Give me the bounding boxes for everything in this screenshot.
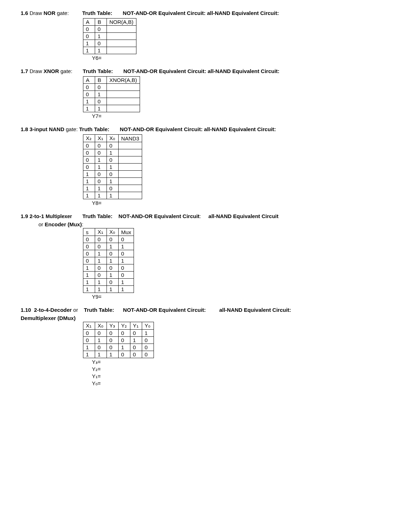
header-cell: NAND3 xyxy=(119,135,142,142)
heading-1-10: 1.10 2-to-4-Decoder or Truth Table: NOT-… xyxy=(21,307,409,313)
eq-label-1-6: NOT-AND-OR Equivalent Circuit: all-NAND … xyxy=(123,10,279,16)
header-cell: X₀ xyxy=(95,322,107,330)
eq-label-1-10a: NOT-AND-OR Equivalent Circuit: xyxy=(123,307,206,313)
subheading-1-9: or Encoder (Mux): xyxy=(38,221,409,227)
header-cell: Y₁ xyxy=(130,322,142,330)
tt-label-1-9: Truth Table: xyxy=(82,213,113,219)
table-row: 01 xyxy=(83,91,140,98)
eq-label-1-8: NOT-AND-OR Equivalent Circuit: all-NAND … xyxy=(120,126,276,132)
table-row: 00 xyxy=(83,26,136,33)
table-row: 1010 xyxy=(83,272,134,279)
header-cell: Y₀ xyxy=(142,322,154,330)
y-expr-1-9: Y9= xyxy=(92,294,409,300)
table-row: 100100 xyxy=(83,344,154,351)
gate-suffix-1-6: gate: xyxy=(57,10,69,16)
table-row: 1101 xyxy=(83,279,134,286)
tt-label-1-7: Truth Table: xyxy=(83,68,113,74)
y-expr-1-8: Y8= xyxy=(92,200,409,206)
header-cell: X₁ xyxy=(83,322,95,330)
header-cell: X₁ xyxy=(95,228,107,236)
table-row: 1000 xyxy=(83,264,134,272)
section-1-6: 1.6 Draw NOR gate: Truth Table: NOT-AND-… xyxy=(17,10,409,61)
table-row: 101 xyxy=(83,178,142,185)
gate-suffix-1-8: gate: xyxy=(66,126,78,132)
table-row: s X₁ X₀ Mux xyxy=(83,228,134,236)
header-cell: NOR(A,B) xyxy=(107,19,136,26)
header-cell: A xyxy=(83,77,95,84)
gate1-1-9: 2-to-1 xyxy=(30,213,44,219)
header-cell: Mux xyxy=(119,228,134,236)
table-row: 11 xyxy=(83,105,140,112)
table-row: 11 xyxy=(83,47,136,54)
heading-1-6: 1.6 Draw NOR gate: Truth Table: NOT-AND-… xyxy=(21,10,409,16)
prefix-1-7: 1.7 xyxy=(21,68,28,74)
section-1-8: 1.8 3-input NAND gate: Truth Table: NOT-… xyxy=(17,126,409,206)
y-expr-1-10-1: Y₁= xyxy=(92,373,409,380)
table-row: 110 xyxy=(83,185,142,192)
encoder-1-9: Encoder (Mux) xyxy=(45,221,82,227)
table-row: 0111 xyxy=(83,257,134,264)
table-row: A B XNOR(A,B) xyxy=(83,77,140,84)
heading-1-8: 1.8 3-input NAND gate: Truth Table: NOT-… xyxy=(21,126,409,132)
table-row: 00 xyxy=(83,84,140,91)
header-cell: X₀ xyxy=(107,135,119,142)
colon-1-9: : xyxy=(199,213,201,219)
header-cell: s xyxy=(83,228,95,236)
gate-1-8: 3-input NAND xyxy=(30,126,64,132)
heading-1-9: 1.9 2-to-1 Multiplexer Truth Table: NOT-… xyxy=(21,213,409,219)
draw-1-7: Draw xyxy=(30,68,42,74)
table-row: A B NOR(A,B) xyxy=(83,19,136,26)
header-cell: X₀ xyxy=(107,228,119,236)
subheading-1-10: Demultiplexer (DMux) xyxy=(21,315,409,321)
or-1-9: or xyxy=(38,221,43,227)
tt-label-1-10: Truth Table: xyxy=(84,307,114,313)
eq-label-1-9a: NOT-AND-OR Equivalent Circuit xyxy=(119,213,200,219)
eq-label-1-9b: all-NAND Equivalent Circuit xyxy=(208,213,279,219)
table-row: 10 xyxy=(83,40,136,47)
prefix-1-9: 1.9 xyxy=(21,213,28,219)
gate-suffix-1-7: gate: xyxy=(61,68,72,74)
table-row: 010 xyxy=(83,156,142,164)
table-row: X₂ X₁ X₀ NAND3 xyxy=(83,135,142,142)
tt-label-1-6: Truth Table: xyxy=(82,10,113,16)
header-cell: B xyxy=(95,19,107,26)
table-row: 1111 xyxy=(83,286,134,293)
prefix-1-8: 1.8 xyxy=(21,126,28,132)
header-cell: A xyxy=(83,19,95,26)
gate-1-6: NOR xyxy=(43,10,55,16)
table-1-6: A B NOR(A,B) 00 01 10 11 xyxy=(83,18,136,54)
table-1-7: A B XNOR(A,B) 00 01 10 11 xyxy=(83,76,140,112)
table-row: 111000 xyxy=(83,351,154,358)
table-row: 001 xyxy=(83,149,142,156)
section-1-7: 1.7 Draw XNOR gate: Truth Table: NOT-AND… xyxy=(17,68,409,119)
table-row: 011 xyxy=(83,164,142,171)
section-1-9: 1.9 2-to-1 Multiplexer Truth Table: NOT-… xyxy=(17,213,409,300)
gate1-1-10: 2-to-4-Decoder xyxy=(34,307,72,313)
table-row: 100 xyxy=(83,171,142,178)
eq-label-1-7: NOT-AND-OR Equivalent Circuit: all-NAND … xyxy=(123,68,279,74)
header-cell: X₁ xyxy=(95,135,107,142)
prefix-1-10: 1.10 xyxy=(21,307,31,313)
tt-label-1-8: Truth Table: xyxy=(79,126,109,132)
y-expr-1-10-0: Y₀= xyxy=(92,380,409,387)
table-1-8: X₂ X₁ X₀ NAND3 000 001 010 011 100 101 1… xyxy=(83,134,142,199)
header-cell: Y₂ xyxy=(119,322,130,330)
table-row: 01 xyxy=(83,33,136,40)
table-1-10: X₁ X₀ Y₃ Y₂ Y₁ Y₀ 000001 010010 100100 1… xyxy=(83,322,154,358)
table-row: 0011 xyxy=(83,243,134,250)
eq-label-1-10b: all-NAND Equivalent Circuit: xyxy=(219,307,291,313)
table-1-9: s X₁ X₀ Mux 0000 0011 0100 0111 1000 101… xyxy=(83,228,134,293)
table-row: 010010 xyxy=(83,337,154,344)
y-expr-1-7: Y7= xyxy=(92,113,409,119)
table-row: 000001 xyxy=(83,330,154,337)
y-expr-1-6: Y6= xyxy=(92,55,409,61)
gate-1-7: XNOR xyxy=(43,68,59,74)
gate2-1-9: Multiplexer xyxy=(46,213,72,219)
table-row: 000 xyxy=(83,142,142,149)
heading-1-7: 1.7 Draw XNOR gate: Truth Table: NOT-AND… xyxy=(21,68,409,74)
prefix-1-6: 1.6 xyxy=(21,10,28,16)
y-expr-1-10-3: Y₃= xyxy=(92,359,409,365)
or-1-10: or xyxy=(73,307,78,313)
table-row: 0000 xyxy=(83,236,134,243)
header-cell: X₂ xyxy=(83,135,95,142)
